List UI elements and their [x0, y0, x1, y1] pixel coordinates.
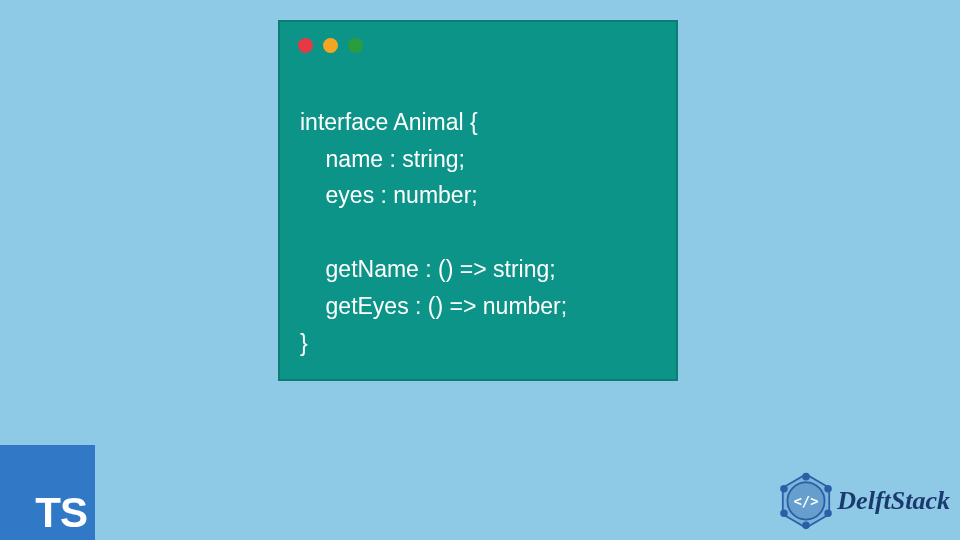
- code-line: interface Animal {: [300, 109, 478, 135]
- code-line: name : string;: [300, 146, 465, 172]
- svg-point-8: [781, 510, 787, 516]
- delftstack-logo: </> DelftStack: [777, 472, 950, 530]
- code-line: }: [300, 330, 308, 356]
- svg-point-4: [803, 474, 809, 480]
- code-block: interface Animal { name : string; eyes :…: [280, 67, 676, 361]
- minimize-icon: [323, 38, 338, 53]
- svg-point-5: [825, 486, 831, 492]
- typescript-badge-label: TS: [35, 492, 87, 534]
- close-icon: [298, 38, 313, 53]
- delftstack-label: DelftStack: [837, 486, 950, 516]
- svg-point-7: [803, 522, 809, 528]
- maximize-icon: [348, 38, 363, 53]
- code-window: interface Animal { name : string; eyes :…: [278, 20, 678, 381]
- code-line: getName : () => string;: [300, 256, 556, 282]
- traffic-lights: [280, 34, 676, 67]
- code-brackets-icon: </>: [794, 493, 819, 509]
- svg-point-6: [825, 510, 831, 516]
- svg-point-9: [781, 486, 787, 492]
- delftstack-icon: </>: [777, 472, 835, 530]
- code-line: getEyes : () => number;: [300, 293, 567, 319]
- typescript-badge: TS: [0, 445, 95, 540]
- code-line: eyes : number;: [300, 182, 478, 208]
